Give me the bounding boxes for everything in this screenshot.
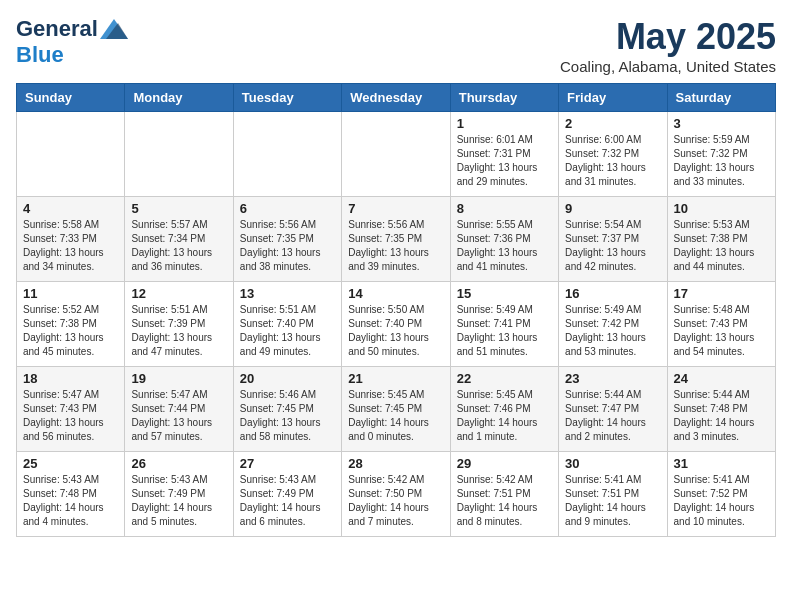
day-number: 16 bbox=[565, 286, 660, 301]
day-number: 2 bbox=[565, 116, 660, 131]
day-info: Sunrise: 5:45 AM Sunset: 7:46 PM Dayligh… bbox=[457, 388, 552, 444]
weekday-header-saturday: Saturday bbox=[667, 84, 775, 112]
day-info: Sunrise: 6:00 AM Sunset: 7:32 PM Dayligh… bbox=[565, 133, 660, 189]
day-number: 9 bbox=[565, 201, 660, 216]
day-number: 20 bbox=[240, 371, 335, 386]
day-number: 11 bbox=[23, 286, 118, 301]
day-info: Sunrise: 5:55 AM Sunset: 7:36 PM Dayligh… bbox=[457, 218, 552, 274]
calendar-cell: 18Sunrise: 5:47 AM Sunset: 7:43 PM Dayli… bbox=[17, 367, 125, 452]
calendar-cell: 21Sunrise: 5:45 AM Sunset: 7:45 PM Dayli… bbox=[342, 367, 450, 452]
day-info: Sunrise: 5:46 AM Sunset: 7:45 PM Dayligh… bbox=[240, 388, 335, 444]
weekday-header-thursday: Thursday bbox=[450, 84, 558, 112]
calendar-cell bbox=[342, 112, 450, 197]
day-number: 6 bbox=[240, 201, 335, 216]
calendar-cell: 8Sunrise: 5:55 AM Sunset: 7:36 PM Daylig… bbox=[450, 197, 558, 282]
calendar-cell: 4Sunrise: 5:58 AM Sunset: 7:33 PM Daylig… bbox=[17, 197, 125, 282]
day-number: 13 bbox=[240, 286, 335, 301]
subtitle: Coaling, Alabama, United States bbox=[560, 58, 776, 75]
day-number: 26 bbox=[131, 456, 226, 471]
day-number: 25 bbox=[23, 456, 118, 471]
day-info: Sunrise: 5:50 AM Sunset: 7:40 PM Dayligh… bbox=[348, 303, 443, 359]
calendar-cell: 1Sunrise: 6:01 AM Sunset: 7:31 PM Daylig… bbox=[450, 112, 558, 197]
day-info: Sunrise: 5:48 AM Sunset: 7:43 PM Dayligh… bbox=[674, 303, 769, 359]
day-number: 29 bbox=[457, 456, 552, 471]
calendar-cell bbox=[17, 112, 125, 197]
day-info: Sunrise: 5:41 AM Sunset: 7:52 PM Dayligh… bbox=[674, 473, 769, 529]
weekday-header-wednesday: Wednesday bbox=[342, 84, 450, 112]
calendar-cell: 22Sunrise: 5:45 AM Sunset: 7:46 PM Dayli… bbox=[450, 367, 558, 452]
calendar-table: SundayMondayTuesdayWednesdayThursdayFrid… bbox=[16, 83, 776, 537]
day-number: 31 bbox=[674, 456, 769, 471]
calendar-cell: 29Sunrise: 5:42 AM Sunset: 7:51 PM Dayli… bbox=[450, 452, 558, 537]
day-info: Sunrise: 5:51 AM Sunset: 7:40 PM Dayligh… bbox=[240, 303, 335, 359]
logo: General Blue bbox=[16, 16, 128, 68]
day-info: Sunrise: 5:45 AM Sunset: 7:45 PM Dayligh… bbox=[348, 388, 443, 444]
day-number: 30 bbox=[565, 456, 660, 471]
logo-general: General bbox=[16, 16, 98, 42]
calendar-cell: 16Sunrise: 5:49 AM Sunset: 7:42 PM Dayli… bbox=[559, 282, 667, 367]
title-block: May 2025 Coaling, Alabama, United States bbox=[560, 16, 776, 75]
day-info: Sunrise: 5:47 AM Sunset: 7:43 PM Dayligh… bbox=[23, 388, 118, 444]
day-info: Sunrise: 5:59 AM Sunset: 7:32 PM Dayligh… bbox=[674, 133, 769, 189]
day-number: 1 bbox=[457, 116, 552, 131]
calendar-cell: 31Sunrise: 5:41 AM Sunset: 7:52 PM Dayli… bbox=[667, 452, 775, 537]
day-number: 22 bbox=[457, 371, 552, 386]
calendar-cell: 25Sunrise: 5:43 AM Sunset: 7:48 PM Dayli… bbox=[17, 452, 125, 537]
logo-blue-text: Blue bbox=[16, 42, 64, 68]
calendar-cell: 24Sunrise: 5:44 AM Sunset: 7:48 PM Dayli… bbox=[667, 367, 775, 452]
day-info: Sunrise: 5:44 AM Sunset: 7:47 PM Dayligh… bbox=[565, 388, 660, 444]
day-info: Sunrise: 5:54 AM Sunset: 7:37 PM Dayligh… bbox=[565, 218, 660, 274]
day-info: Sunrise: 5:56 AM Sunset: 7:35 PM Dayligh… bbox=[348, 218, 443, 274]
day-number: 15 bbox=[457, 286, 552, 301]
day-info: Sunrise: 5:41 AM Sunset: 7:51 PM Dayligh… bbox=[565, 473, 660, 529]
day-number: 17 bbox=[674, 286, 769, 301]
weekday-header-sunday: Sunday bbox=[17, 84, 125, 112]
day-number: 3 bbox=[674, 116, 769, 131]
calendar-cell: 20Sunrise: 5:46 AM Sunset: 7:45 PM Dayli… bbox=[233, 367, 341, 452]
calendar-cell: 23Sunrise: 5:44 AM Sunset: 7:47 PM Dayli… bbox=[559, 367, 667, 452]
week-row-1: 1Sunrise: 6:01 AM Sunset: 7:31 PM Daylig… bbox=[17, 112, 776, 197]
day-info: Sunrise: 5:56 AM Sunset: 7:35 PM Dayligh… bbox=[240, 218, 335, 274]
weekday-header-friday: Friday bbox=[559, 84, 667, 112]
calendar-cell: 14Sunrise: 5:50 AM Sunset: 7:40 PM Dayli… bbox=[342, 282, 450, 367]
logo-icon bbox=[100, 19, 128, 39]
day-number: 18 bbox=[23, 371, 118, 386]
weekday-header-monday: Monday bbox=[125, 84, 233, 112]
calendar-cell: 7Sunrise: 5:56 AM Sunset: 7:35 PM Daylig… bbox=[342, 197, 450, 282]
day-number: 23 bbox=[565, 371, 660, 386]
day-number: 28 bbox=[348, 456, 443, 471]
day-info: Sunrise: 6:01 AM Sunset: 7:31 PM Dayligh… bbox=[457, 133, 552, 189]
day-number: 4 bbox=[23, 201, 118, 216]
day-number: 21 bbox=[348, 371, 443, 386]
calendar-cell: 2Sunrise: 6:00 AM Sunset: 7:32 PM Daylig… bbox=[559, 112, 667, 197]
page-title: May 2025 bbox=[560, 16, 776, 58]
day-info: Sunrise: 5:42 AM Sunset: 7:51 PM Dayligh… bbox=[457, 473, 552, 529]
calendar-cell: 12Sunrise: 5:51 AM Sunset: 7:39 PM Dayli… bbox=[125, 282, 233, 367]
weekday-header-row: SundayMondayTuesdayWednesdayThursdayFrid… bbox=[17, 84, 776, 112]
day-number: 27 bbox=[240, 456, 335, 471]
day-number: 8 bbox=[457, 201, 552, 216]
day-number: 7 bbox=[348, 201, 443, 216]
calendar-cell: 10Sunrise: 5:53 AM Sunset: 7:38 PM Dayli… bbox=[667, 197, 775, 282]
calendar-cell bbox=[125, 112, 233, 197]
day-info: Sunrise: 5:52 AM Sunset: 7:38 PM Dayligh… bbox=[23, 303, 118, 359]
day-info: Sunrise: 5:53 AM Sunset: 7:38 PM Dayligh… bbox=[674, 218, 769, 274]
day-info: Sunrise: 5:42 AM Sunset: 7:50 PM Dayligh… bbox=[348, 473, 443, 529]
day-info: Sunrise: 5:58 AM Sunset: 7:33 PM Dayligh… bbox=[23, 218, 118, 274]
day-number: 19 bbox=[131, 371, 226, 386]
week-row-5: 25Sunrise: 5:43 AM Sunset: 7:48 PM Dayli… bbox=[17, 452, 776, 537]
calendar-cell: 27Sunrise: 5:43 AM Sunset: 7:49 PM Dayli… bbox=[233, 452, 341, 537]
day-info: Sunrise: 5:57 AM Sunset: 7:34 PM Dayligh… bbox=[131, 218, 226, 274]
calendar-cell: 17Sunrise: 5:48 AM Sunset: 7:43 PM Dayli… bbox=[667, 282, 775, 367]
week-row-4: 18Sunrise: 5:47 AM Sunset: 7:43 PM Dayli… bbox=[17, 367, 776, 452]
weekday-header-tuesday: Tuesday bbox=[233, 84, 341, 112]
calendar-cell bbox=[233, 112, 341, 197]
day-info: Sunrise: 5:44 AM Sunset: 7:48 PM Dayligh… bbox=[674, 388, 769, 444]
calendar-cell: 28Sunrise: 5:42 AM Sunset: 7:50 PM Dayli… bbox=[342, 452, 450, 537]
calendar-cell: 19Sunrise: 5:47 AM Sunset: 7:44 PM Dayli… bbox=[125, 367, 233, 452]
page-header: General Blue May 2025 Coaling, Alabama, … bbox=[16, 16, 776, 75]
week-row-3: 11Sunrise: 5:52 AM Sunset: 7:38 PM Dayli… bbox=[17, 282, 776, 367]
day-number: 14 bbox=[348, 286, 443, 301]
day-number: 5 bbox=[131, 201, 226, 216]
calendar-cell: 30Sunrise: 5:41 AM Sunset: 7:51 PM Dayli… bbox=[559, 452, 667, 537]
